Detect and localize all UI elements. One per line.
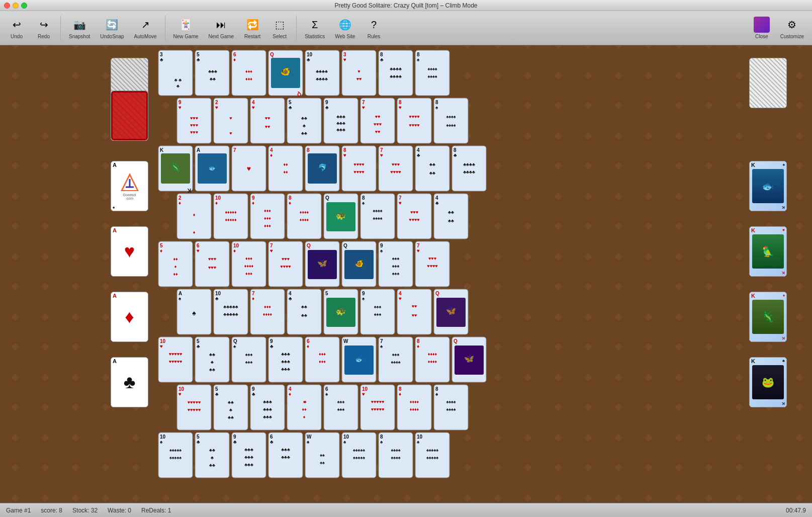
svg-text:♦♦♦♦: ♦♦♦♦ (244, 264, 254, 269)
svg-text:5: 5 (325, 291, 328, 296)
redeals-display: ReDeals: 1 (141, 507, 171, 514)
svg-text:♣♣♣: ♣♣♣ (336, 114, 345, 119)
foundation-ace-hearts[interactable]: A ♥ (111, 226, 148, 277)
svg-rect-34 (379, 50, 413, 96)
svg-text:♠: ♠ (192, 309, 196, 317)
svg-text:♠♠♠♠♠: ♠♠♠♠♠ (353, 448, 365, 453)
svg-text:♣♣: ♣♣ (301, 116, 307, 121)
svg-text:Q: Q (343, 243, 347, 248)
svg-text:♣: ♣ (435, 200, 439, 206)
restart-button[interactable]: 🔁 Restart (240, 15, 265, 41)
svg-rect-55 (250, 98, 285, 143)
customize-icon: ⚙ (784, 17, 800, 33)
svg-text:🐢: 🐢 (336, 306, 346, 316)
svg-text:♣♣♣♣: ♣♣♣♣ (463, 169, 475, 175)
svg-text:♣♣♣: ♣♣♣ (244, 455, 253, 460)
svg-rect-78 (397, 98, 431, 143)
automove-button[interactable]: ↗ AutoMove (130, 15, 161, 41)
svg-text:♣♣♣: ♣♣♣ (263, 399, 272, 404)
svg-text:♦♦♦♦♦: ♦♦♦♦♦ (225, 217, 237, 222)
svg-text:♣♣♣: ♣♣♣ (336, 121, 345, 126)
svg-text:♠♠: ♠♠ (320, 460, 325, 465)
svg-text:♣♣: ♣♣ (429, 162, 435, 167)
svg-text:♣♣♣: ♣♣♣ (208, 69, 217, 74)
svg-text:♥♥♥: ♥♥♥ (190, 116, 198, 121)
king-hearts-right[interactable]: K ♥ 🦜 K (749, 226, 787, 277)
goodsol-card: Goodsol.com (111, 161, 148, 211)
svg-text:♥♥♥♥♥: ♥♥♥♥♥ (169, 359, 183, 364)
window-controls (4, 3, 27, 9)
svg-text:♣: ♣ (252, 391, 255, 397)
foundation-ace-clubs[interactable]: A ♣ (111, 357, 148, 407)
svg-text:♥: ♥ (270, 248, 273, 253)
newgame-button[interactable]: 🃏 New Game (169, 15, 203, 41)
khr-suit-tr: ♥ (782, 228, 785, 232)
svg-text:♥: ♥ (357, 69, 360, 74)
foundation-ace-spades[interactable]: Goodsol.com A ♠ (111, 161, 148, 211)
stock-deck-red[interactable] (111, 91, 148, 141)
king-clubs-right[interactable]: K ♠ 🐟 K (749, 161, 787, 211)
svg-text:♥♥♥: ♥♥♥ (208, 256, 216, 262)
king-diamonds-right[interactable]: K ♦ 🦎 K (749, 292, 787, 342)
select-button[interactable]: ⬚ Select (267, 15, 292, 41)
svg-text:♣♣: ♣♣ (448, 210, 454, 215)
card-face-ah: A ♥ (111, 227, 148, 276)
website-button[interactable]: 🌐 Web Site (331, 15, 359, 41)
automove-icon: ↗ (137, 17, 153, 33)
close-toolbar-button[interactable]: Close (749, 15, 774, 41)
svg-text:♣♣: ♣♣ (209, 352, 215, 357)
statistics-button[interactable]: Σ Statistics (301, 15, 329, 41)
redo-button[interactable]: ↪ Redo (31, 15, 56, 41)
svg-text:♠♠♠♠: ♠♠♠♠ (391, 360, 400, 365)
right-deck-gray[interactable] (749, 58, 787, 108)
svg-text:♥♥♥: ♥♥♥ (190, 130, 198, 135)
svg-text:Q: Q (307, 243, 311, 248)
rules-button[interactable]: ? Rules (362, 15, 387, 41)
svg-text:♥: ♥ (399, 200, 402, 206)
svg-text:♠: ♠ (343, 439, 346, 445)
nextgame-button[interactable]: ⏭ Next Game (205, 15, 238, 41)
svg-text:♦♦♦: ♦♦♦ (264, 304, 271, 309)
svg-text:♣: ♣ (289, 105, 292, 110)
minimize-button[interactable] (13, 3, 19, 9)
svg-rect-159 (397, 194, 431, 239)
svg-text:♣♣♣: ♣♣♣ (336, 127, 345, 132)
card-grid: .gc { fill: #dce8f5; stroke: #888; strok… (156, 45, 744, 483)
svg-text:♦♦♦: ♦♦♦ (245, 271, 252, 276)
undo-button[interactable]: ↩ Undo (4, 15, 29, 41)
svg-text:♦: ♦ (193, 230, 196, 235)
svg-text:♥♥♥: ♥♥♥ (410, 210, 418, 215)
svg-text:♣♣♣♣: ♣♣♣♣ (390, 66, 402, 71)
customize-button[interactable]: ⚙ Customize (776, 15, 808, 41)
svg-text:♣♣: ♣♣ (228, 400, 234, 405)
svg-text:♠♠♠: ♠♠♠ (337, 407, 345, 412)
stock-display: Stock: 32 (72, 507, 98, 514)
maximize-button[interactable] (21, 3, 27, 9)
svg-text:♣♣♣: ♣♣♣ (281, 367, 290, 372)
undosnap-button[interactable]: 🔄 UndoSnap (96, 15, 128, 41)
king-clubs-black-right[interactable]: K ♣ 🐸 K (749, 357, 787, 407)
svg-text:♦♦♦: ♦♦♦ (245, 69, 252, 74)
card-suit-tl: ♠ (113, 205, 115, 210)
svg-text:♣: ♣ (270, 343, 274, 349)
snapshot-button[interactable]: 📷 Snapshot (65, 15, 94, 41)
svg-text:♠♠♠♠: ♠♠♠♠ (373, 216, 382, 221)
svg-text:♥: ♥ (380, 152, 383, 158)
statusbar: Game #1 score: 8 Stock: 32 Waste: 0 ReDe… (0, 503, 812, 517)
kcbr-photo: 🐸 (752, 365, 784, 399)
svg-text:♠♠♠♠: ♠♠♠♠ (427, 66, 437, 71)
svg-text:♦: ♦ (233, 248, 236, 253)
svg-text:♦♦♦: ♦♦♦ (319, 359, 326, 364)
svg-text:♣♣: ♣♣ (429, 170, 435, 176)
svg-text:♥: ♥ (229, 116, 232, 121)
svg-text:♠♠♠: ♠♠♠ (245, 360, 253, 365)
svg-text:♥♥♥♥♥: ♥♥♥♥♥ (169, 352, 183, 357)
svg-text:Q: Q (325, 195, 329, 201)
svg-text:♠♠♠♠♠: ♠♠♠♠♠ (169, 455, 182, 460)
foundation-ace-diamonds[interactable]: A ♦ (111, 292, 148, 342)
svg-text:♠♠♠♠: ♠♠♠♠ (427, 74, 437, 79)
svg-text:♦♦♦♦: ♦♦♦♦ (410, 407, 419, 412)
svg-text:♣: ♣ (197, 439, 200, 445)
close-button[interactable] (4, 3, 10, 9)
svg-rect-109 (342, 146, 376, 191)
